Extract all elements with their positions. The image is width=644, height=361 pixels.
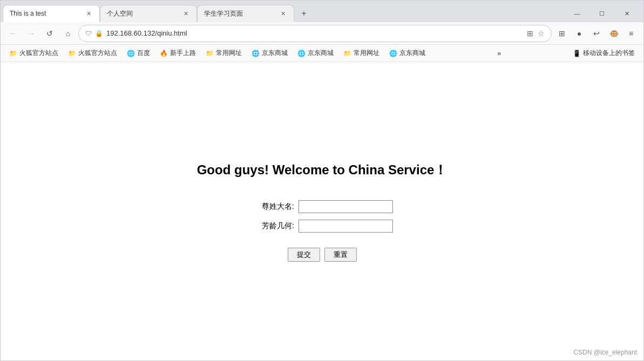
extensions-icon[interactable]: ⊞ bbox=[554, 25, 570, 42]
shield-icon: 🛡 bbox=[85, 30, 92, 37]
name-row: 尊姓大名: bbox=[251, 200, 393, 213]
welcome-heading: Good guys! Welcome to China Service！ bbox=[197, 161, 448, 179]
bookmark-label: 京东商城 bbox=[399, 49, 425, 58]
monkey-icon[interactable]: 🐵 bbox=[606, 25, 622, 42]
bookmark-globe-icon: 🌐 bbox=[297, 50, 306, 57]
home-button[interactable]: ⌂ bbox=[60, 25, 76, 42]
bookmark-jd-3[interactable]: 🌐 京东商城 bbox=[385, 47, 430, 60]
tab-title-3: 学生学习页面 bbox=[204, 9, 274, 18]
form-container: 尊姓大名: 芳龄几何: 提交 重置 bbox=[251, 200, 393, 262]
more-icon: » bbox=[497, 50, 501, 57]
bookmark-common-1[interactable]: 📁 常用网址 bbox=[201, 47, 246, 60]
refresh-button[interactable]: ↺ bbox=[42, 25, 58, 42]
tab-close-1[interactable]: ✕ bbox=[84, 9, 93, 18]
watermark: CSDN @ice_elephant bbox=[573, 349, 637, 356]
tab-title-2: 个人空间 bbox=[107, 9, 177, 18]
new-tab-button[interactable]: + bbox=[296, 6, 311, 21]
bookmark-folder-icon: 📁 bbox=[9, 50, 17, 57]
nav-right-icons: ⊞ ● ↩ 🐵 ≡ bbox=[554, 25, 639, 42]
bookmark-folder-icon: 📁 bbox=[206, 50, 214, 57]
bookmark-jd-2[interactable]: 🌐 京东商城 bbox=[293, 47, 338, 60]
bookmark-mobile[interactable]: 📱 移动设备上的书签 bbox=[568, 47, 639, 60]
mobile-icon: 📱 bbox=[573, 50, 581, 57]
browser-window: This is a test ✕ 个人空间 ✕ 学生学习页面 ✕ + — ☐ ✕… bbox=[0, 0, 644, 361]
window-controls: — ☐ ✕ bbox=[560, 6, 643, 21]
bookmark-label: 火狐官方站点 bbox=[19, 49, 58, 58]
bookmark-label: 京东商城 bbox=[308, 49, 334, 58]
tab-student-page[interactable]: 学生学习页面 ✕ bbox=[197, 5, 294, 22]
page-content: Good guys! Welcome to China Service！ 尊姓大… bbox=[1, 62, 643, 360]
age-label: 芳龄几何: bbox=[251, 221, 294, 231]
bookmark-common-2[interactable]: 📁 常用网址 bbox=[339, 47, 384, 60]
qr-icon[interactable]: ⊞ bbox=[527, 29, 533, 38]
bookmark-label: 火狐官方站点 bbox=[78, 49, 117, 58]
tabs-area: This is a test ✕ 个人空间 ✕ 学生学习页面 ✕ + bbox=[1, 4, 560, 22]
minimize-button[interactable]: — bbox=[565, 6, 589, 21]
bookmark-globe-icon: 🌐 bbox=[127, 50, 135, 57]
bookmarks-more-button[interactable]: » bbox=[493, 50, 505, 57]
bookmark-fire-icon: 🔥 bbox=[160, 50, 168, 57]
name-input[interactable] bbox=[299, 200, 393, 213]
form-buttons: 提交 重置 bbox=[288, 248, 357, 262]
bookmark-label: 移动设备上的书签 bbox=[583, 49, 635, 58]
maximize-button[interactable]: ☐ bbox=[589, 6, 614, 21]
bookmark-fox-2[interactable]: 📁 火狐官方站点 bbox=[64, 47, 121, 60]
bookmark-globe-icon: 🌐 bbox=[389, 50, 397, 57]
bookmark-label: 百度 bbox=[137, 49, 150, 58]
close-button[interactable]: ✕ bbox=[614, 6, 639, 21]
bookmarks-bar: 📁 火狐官方站点 📁 火狐官方站点 🌐 百度 🔥 新手上路 📁 常用网址 🌐 京… bbox=[1, 45, 643, 62]
bookmark-newbie[interactable]: 🔥 新手上路 bbox=[155, 47, 200, 60]
bookmark-label: 常用网址 bbox=[354, 49, 379, 58]
profile-icon[interactable]: ● bbox=[571, 25, 587, 42]
address-icons: ⊞ ☆ bbox=[527, 29, 545, 38]
title-bar: This is a test ✕ 个人空间 ✕ 学生学习页面 ✕ + — ☐ ✕ bbox=[1, 1, 643, 22]
bookmark-baidu[interactable]: 🌐 百度 bbox=[123, 47, 154, 60]
tab-title-1: This is a test bbox=[10, 10, 80, 17]
bookmark-globe-icon: 🌐 bbox=[252, 50, 260, 57]
submit-button[interactable]: 提交 bbox=[288, 248, 320, 262]
address-bar[interactable]: 🛡 🔒 192.168.60.132/qiniu.html ⊞ ☆ bbox=[78, 25, 552, 42]
tab-this-is-a-test[interactable]: This is a test ✕ bbox=[3, 5, 100, 22]
url-text: 192.168.60.132/qiniu.html bbox=[106, 29, 524, 37]
age-input[interactable] bbox=[299, 220, 393, 233]
bookmark-folder-icon: 📁 bbox=[68, 50, 76, 57]
forward-button[interactable]: → bbox=[23, 25, 39, 42]
back-button[interactable]: ← bbox=[5, 25, 21, 42]
age-row: 芳龄几何: bbox=[251, 220, 393, 233]
bookmark-folder-icon: 📁 bbox=[343, 50, 351, 57]
nav-bar: ← → ↺ ⌂ 🛡 🔒 192.168.60.132/qiniu.html ⊞ … bbox=[1, 22, 643, 45]
bookmark-label: 新手上路 bbox=[170, 49, 196, 58]
reset-button[interactable]: 重置 bbox=[324, 248, 357, 262]
lock-icon: 🔒 bbox=[95, 30, 103, 37]
bookmark-label: 京东商城 bbox=[262, 49, 288, 58]
tab-close-3[interactable]: ✕ bbox=[279, 10, 287, 18]
tab-close-2[interactable]: ✕ bbox=[181, 10, 190, 18]
menu-icon[interactable]: ≡ bbox=[623, 25, 639, 42]
bookmark-label: 常用网址 bbox=[216, 49, 242, 58]
star-icon[interactable]: ☆ bbox=[538, 29, 545, 38]
bookmark-jd-1[interactable]: 🌐 京东商城 bbox=[247, 47, 292, 60]
undo-icon[interactable]: ↩ bbox=[588, 25, 605, 42]
bookmark-fox-1[interactable]: 📁 火狐官方站点 bbox=[5, 47, 63, 60]
tab-personal-space[interactable]: 个人空间 ✕ bbox=[100, 5, 197, 22]
name-label: 尊姓大名: bbox=[251, 202, 294, 212]
